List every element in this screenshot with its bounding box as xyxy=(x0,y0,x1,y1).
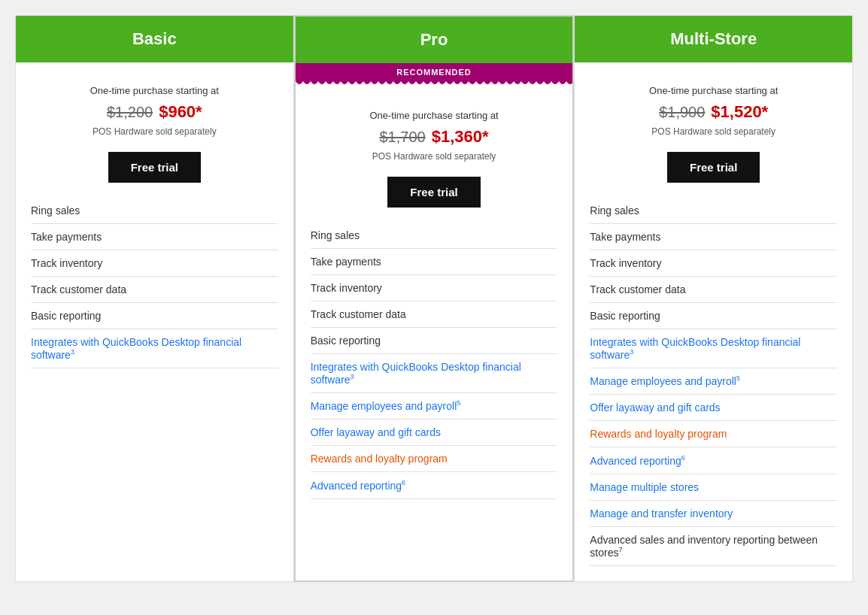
feature-link[interactable]: Rewards and loyalty program xyxy=(311,453,448,465)
list-item: Integrates with QuickBooks Desktop finan… xyxy=(311,354,558,393)
price-original-pro: $1,700 xyxy=(379,129,425,146)
feature-link[interactable]: Integrates with QuickBooks Desktop finan… xyxy=(311,361,521,386)
feature-link[interactable]: Advanced reporting6 xyxy=(311,480,405,492)
free-trial-button-multi-store[interactable]: Free trial xyxy=(667,152,760,183)
plan-body-basic: One-time purchase starting at$1,200$960*… xyxy=(16,62,293,383)
feature-link[interactable]: Manage employees and payroll5 xyxy=(311,400,461,412)
price-original-multi-store: $1,900 xyxy=(659,104,705,121)
list-item: Integrates with QuickBooks Desktop finan… xyxy=(31,329,278,368)
free-trial-button-pro[interactable]: Free trial xyxy=(387,177,480,208)
list-item: Take payments xyxy=(31,224,278,250)
price-discounted-pro: $1,360* xyxy=(432,127,489,147)
plan-header-pro: Pro xyxy=(296,17,573,63)
features-list-basic: Ring salesTake paymentsTrack inventoryTr… xyxy=(31,198,278,368)
price-discounted-basic: $960* xyxy=(159,102,202,122)
list-item: Basic reporting xyxy=(590,303,837,329)
price-section-multi-store: One-time purchase starting at$1,900$1,52… xyxy=(590,77,837,152)
list-item: Advanced reporting6 xyxy=(590,447,837,474)
plan-body-multi-store: One-time purchase starting at$1,900$1,52… xyxy=(575,62,852,581)
plan-card-pro: ProRECOMMENDEDOne-time purchase starting… xyxy=(294,15,575,582)
list-item: Basic reporting xyxy=(311,328,558,354)
price-label-basic: One-time purchase starting at xyxy=(31,85,278,96)
feature-link[interactable]: Offer layaway and gift cards xyxy=(590,401,720,414)
hardware-note-basic: POS Hardware sold separately xyxy=(31,126,278,137)
feature-link[interactable]: Manage employees and payroll5 xyxy=(590,375,740,387)
feature-link[interactable]: Offer layaway and gift cards xyxy=(311,426,441,438)
price-discounted-multi-store: $1,520* xyxy=(711,102,768,122)
features-list-pro: Ring salesTake paymentsTrack inventoryTr… xyxy=(311,223,558,499)
list-item: Manage and transfer inventory xyxy=(590,501,837,527)
list-item: Manage employees and payroll5 xyxy=(590,368,837,395)
list-item: Basic reporting xyxy=(31,303,278,329)
list-item: Manage multiple stores xyxy=(590,474,837,501)
pricing-container: BasicOne-time purchase starting at$1,200… xyxy=(15,15,853,582)
list-item: Track inventory xyxy=(590,250,837,277)
list-item: Ring sales xyxy=(590,198,837,224)
price-section-pro: One-time purchase starting at$1,700$1,36… xyxy=(311,102,558,177)
list-item: Manage employees and payroll5 xyxy=(311,393,558,420)
list-item: Ring sales xyxy=(31,198,278,224)
list-item: Track customer data xyxy=(311,301,558,328)
price-label-pro: One-time purchase starting at xyxy=(311,110,558,121)
feature-link[interactable]: Advanced reporting6 xyxy=(590,455,684,467)
list-item: Take payments xyxy=(311,249,558,275)
feature-link[interactable]: Manage and transfer inventory xyxy=(590,507,733,520)
price-row-pro: $1,700$1,360* xyxy=(311,127,558,147)
price-original-basic: $1,200 xyxy=(107,104,153,121)
feature-link[interactable]: Integrates with QuickBooks Desktop finan… xyxy=(590,336,800,361)
list-item: Take payments xyxy=(590,224,837,250)
list-item: Track inventory xyxy=(31,250,278,277)
list-item: Track customer data xyxy=(31,277,278,303)
features-list-multi-store: Ring salesTake paymentsTrack inventoryTr… xyxy=(590,198,837,566)
list-item: Integrates with QuickBooks Desktop finan… xyxy=(590,329,837,368)
list-item: Ring sales xyxy=(311,223,558,249)
feature-link[interactable]: Integrates with QuickBooks Desktop finan… xyxy=(31,336,241,361)
list-item: Advanced sales and inventory reporting b… xyxy=(590,527,837,566)
free-trial-button-basic[interactable]: Free trial xyxy=(108,152,201,183)
list-item: Rewards and loyalty program xyxy=(590,421,837,447)
recommended-banner: RECOMMENDED xyxy=(296,63,573,81)
price-row-multi-store: $1,900$1,520* xyxy=(590,102,837,122)
list-item: Rewards and loyalty program xyxy=(311,446,558,472)
hardware-note-pro: POS Hardware sold separately xyxy=(311,151,558,162)
price-section-basic: One-time purchase starting at$1,200$960*… xyxy=(31,77,278,152)
feature-link[interactable]: Rewards and loyalty program xyxy=(590,428,727,440)
feature-link[interactable]: Manage multiple stores xyxy=(590,481,699,493)
hardware-note-multi-store: POS Hardware sold separately xyxy=(590,126,837,137)
list-item: Track inventory xyxy=(311,275,558,301)
plan-header-multi-store: Multi-Store xyxy=(575,16,852,62)
price-label-multi-store: One-time purchase starting at xyxy=(590,85,837,96)
plan-card-multi-store: Multi-StoreOne-time purchase starting at… xyxy=(574,15,853,582)
plan-header-basic: Basic xyxy=(16,16,293,62)
list-item: Track customer data xyxy=(590,277,837,303)
price-row-basic: $1,200$960* xyxy=(31,102,278,122)
plan-card-basic: BasicOne-time purchase starting at$1,200… xyxy=(15,15,294,582)
list-item: Offer layaway and gift cards xyxy=(311,420,558,446)
plan-body-pro: One-time purchase starting at$1,700$1,36… xyxy=(296,81,573,514)
list-item: Advanced reporting6 xyxy=(311,472,558,499)
list-item: Offer layaway and gift cards xyxy=(590,395,837,421)
